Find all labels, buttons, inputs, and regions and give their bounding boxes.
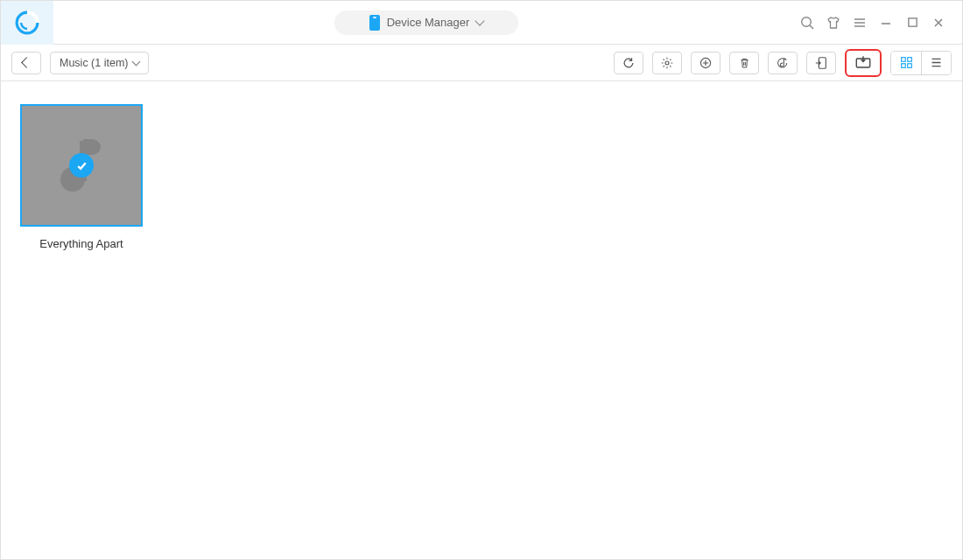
gear-icon [660,56,674,70]
settings-button[interactable] [652,52,682,74]
refresh-button[interactable] [614,52,643,74]
phone-icon [369,15,380,31]
back-button[interactable] [11,52,41,74]
category-label: Music (1 item) [60,57,128,69]
grid-view-button[interactable] [891,52,921,74]
app-logo-icon [14,10,40,36]
toolbar: Music (1 item) [1,45,962,81]
trash-icon [738,56,751,70]
chevron-left-icon [21,57,32,68]
list-icon [930,56,943,69]
app-logo [1,1,53,45]
svg-rect-8 [901,58,905,62]
delete-button[interactable] [729,52,759,74]
music-item-label: Everything Apart [39,237,123,250]
category-selector[interactable]: Music (1 item) [50,52,149,74]
list-view-button[interactable] [921,52,951,74]
device-selector[interactable]: Device Manager [334,10,518,35]
music-item[interactable]: Everything Apart [20,104,143,250]
import-to-device-icon [814,56,828,70]
search-icon[interactable] [799,15,815,31]
grid-icon [900,56,913,69]
add-button[interactable] [691,52,720,74]
plus-circle-icon [699,56,713,70]
device-title: Device Manager [387,16,470,29]
to-device-button[interactable] [806,52,836,74]
to-computer-button[interactable] [845,49,882,77]
svg-rect-10 [901,64,905,68]
to-computer-icon [854,55,872,70]
window-controls [799,15,955,31]
window-minimize[interactable] [878,15,894,31]
to-itunes-button[interactable] [768,52,798,74]
svg-point-4 [665,61,669,65]
content-area: Everything Apart [1,81,962,559]
view-switch [890,51,952,75]
music-arrow-icon [776,56,791,70]
window-close[interactable] [931,15,946,31]
chevron-down-icon [475,16,485,25]
music-item-thumb[interactable] [20,104,143,227]
svg-rect-3 [908,18,916,26]
svg-point-1 [802,17,812,26]
chevron-down-icon [132,57,141,66]
svg-rect-11 [907,64,911,68]
svg-line-2 [810,25,813,29]
tshirt-icon[interactable] [826,15,841,31]
refresh-icon [622,56,636,70]
selected-check-icon [69,153,94,178]
titlebar-center: Device Manager [53,10,799,35]
svg-rect-9 [907,58,911,62]
window-maximize[interactable] [904,15,920,31]
titlebar: Device Manager [1,1,962,45]
menu-icon[interactable] [852,15,868,31]
